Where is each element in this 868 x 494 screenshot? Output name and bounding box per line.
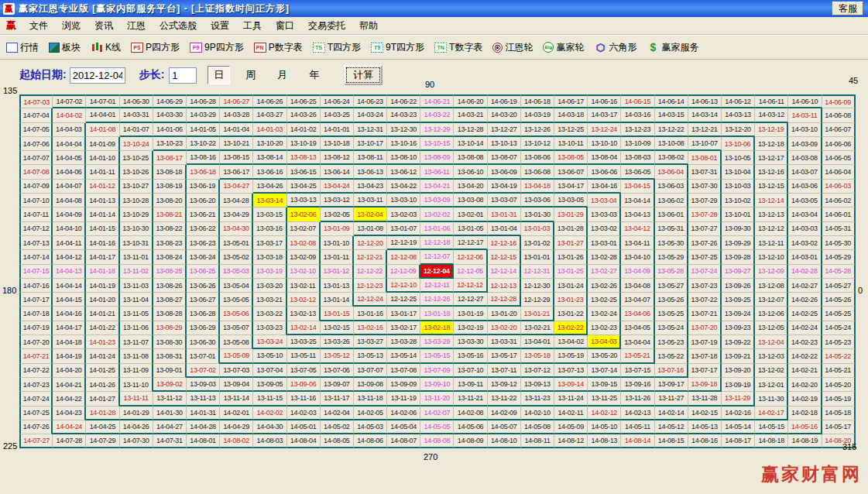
date-cell[interactable]: 14-07-14 (19, 250, 53, 264)
date-cell[interactable]: 13-06-06 (588, 165, 621, 179)
date-cell[interactable]: 13-02-12 (287, 293, 321, 307)
date-cell[interactable]: 13-11-22 (488, 392, 521, 406)
date-cell[interactable]: 13-02-05 (321, 208, 354, 221)
date-cell[interactable]: 13-08-08 (454, 151, 487, 165)
date-cell[interactable]: 14-06-22 (387, 94, 420, 108)
date-cell[interactable]: 13-10-05 (722, 151, 755, 165)
date-cell[interactable]: 14-07-24 (19, 392, 53, 406)
date-cell[interactable]: 13-02-03 (387, 208, 420, 221)
date-cell[interactable]: 13-05-10 (253, 349, 286, 363)
date-cell[interactable]: 14-05-18 (822, 407, 856, 420)
date-cell[interactable]: 14-01-11 (86, 165, 119, 179)
date-cell[interactable]: 14-01-31 (187, 407, 220, 420)
date-cell[interactable]: 13-02-17 (387, 321, 420, 335)
date-cell[interactable]: 13-03-18 (253, 250, 286, 264)
date-cell[interactable]: 14-07-05 (19, 123, 53, 137)
date-cell[interactable]: 13-05-24 (655, 321, 688, 335)
date-cell[interactable]: 13-06-19 (187, 180, 220, 194)
date-cell[interactable]: 13-04-24 (321, 180, 354, 194)
date-cell[interactable]: 13-10-23 (153, 137, 187, 151)
toolbar-button-行情[interactable]: 行情 (6, 41, 39, 54)
date-cell[interactable]: 14-04-11 (53, 236, 86, 250)
date-cell[interactable]: 14-07-22 (19, 364, 53, 378)
date-cell[interactable]: 14-04-04 (53, 137, 86, 151)
date-cell[interactable]: 13-08-25 (153, 265, 187, 279)
date-cell[interactable]: 13-08-12 (321, 151, 354, 165)
date-cell[interactable]: 13-03-06 (521, 194, 554, 208)
date-cell[interactable]: 13-02-22 (554, 321, 588, 335)
date-cell[interactable]: 14-04-27 (153, 420, 187, 434)
date-cell[interactable]: 14-02-01 (220, 407, 253, 420)
date-cell[interactable]: 13-08-14 (253, 151, 286, 165)
date-cell[interactable]: 13-09-16 (621, 378, 654, 392)
date-cell[interactable]: 12-12-22 (354, 265, 387, 279)
date-cell[interactable]: 13-11-29 (722, 392, 755, 406)
date-cell[interactable]: 13-05-03 (220, 265, 253, 279)
date-cell[interactable]: 13-10-30 (120, 222, 153, 236)
date-cell[interactable]: 13-04-09 (621, 265, 654, 279)
date-cell[interactable]: 14-07-17 (19, 293, 53, 307)
date-cell[interactable]: 13-11-11 (120, 392, 153, 406)
date-cell[interactable]: 13-06-10 (454, 165, 487, 179)
date-cell[interactable]: 13-06-11 (420, 165, 454, 179)
date-cell[interactable]: 13-10-01 (722, 208, 755, 221)
date-cell[interactable]: 13-02-26 (588, 279, 621, 293)
date-cell[interactable]: 14-06-29 (153, 94, 187, 108)
date-cell[interactable]: 14-01-21 (86, 307, 119, 321)
date-cell[interactable]: 14-06-17 (554, 94, 588, 108)
date-cell[interactable]: 14-05-22 (822, 349, 856, 363)
date-cell[interactable]: 13-01-16 (354, 307, 387, 321)
date-cell[interactable]: 13-10-08 (655, 137, 688, 151)
date-cell[interactable]: 14-01-15 (86, 222, 119, 236)
date-cell[interactable]: 13-08-09 (420, 151, 454, 165)
date-cell[interactable]: 12-12-06 (454, 250, 487, 264)
date-cell[interactable]: 13-05-01 (220, 236, 253, 250)
date-cell[interactable]: 14-03-09 (788, 137, 822, 151)
date-cell[interactable]: 13-08-22 (153, 222, 187, 236)
date-cell[interactable]: 13-06-04 (655, 165, 688, 179)
date-cell[interactable]: 13-06-14 (321, 165, 354, 179)
date-cell[interactable]: 13-09-30 (722, 222, 755, 236)
date-cell[interactable]: 14-08-17 (722, 434, 755, 448)
menu-item-交易委托[interactable]: 交易委托 (301, 17, 352, 35)
date-cell[interactable]: 14-08-03 (253, 434, 286, 448)
date-cell[interactable]: 13-01-03 (521, 222, 554, 236)
date-cell[interactable]: 13-10-27 (120, 180, 153, 194)
date-cell[interactable]: 14-05-25 (822, 307, 856, 321)
date-cell[interactable]: 14-07-19 (19, 321, 53, 335)
date-cell[interactable]: 14-02-07 (420, 407, 454, 420)
date-cell[interactable]: 13-07-20 (688, 321, 722, 335)
date-cell[interactable]: 13-05-26 (655, 293, 688, 307)
date-cell[interactable]: 14-01-08 (86, 123, 119, 137)
date-cell[interactable]: 14-05-23 (822, 335, 856, 349)
date-cell[interactable]: 13-04-17 (554, 180, 588, 194)
date-cell[interactable]: 14-03-25 (321, 108, 354, 122)
date-cell[interactable]: 14-01-04 (220, 123, 253, 137)
date-cell[interactable]: 13-10-16 (387, 137, 420, 151)
date-cell[interactable]: 13-12-17 (755, 151, 788, 165)
date-cell[interactable]: 13-08-16 (187, 151, 220, 165)
date-cell[interactable]: 13-03-22 (253, 307, 286, 321)
date-cell[interactable]: 13-05-29 (655, 250, 688, 264)
date-cell[interactable]: 14-08-18 (755, 434, 788, 448)
date-cell[interactable]: 13-02-14 (287, 321, 321, 335)
date-cell[interactable]: 12-12-16 (488, 236, 521, 250)
date-cell[interactable]: 13-01-12 (321, 265, 354, 279)
date-cell[interactable]: 12-12-29 (521, 293, 554, 307)
toolbar-button-9T四方形[interactable]: T99T四方形 (371, 41, 424, 54)
date-cell[interactable]: 12-12-30 (521, 279, 554, 293)
date-cell[interactable]: 14-08-15 (655, 434, 688, 448)
date-cell[interactable]: 14-01-19 (86, 279, 119, 293)
date-cell[interactable]: 13-12-10 (755, 250, 788, 264)
date-cell[interactable]: 14-04-06 (53, 165, 86, 179)
date-cell[interactable]: 13-01-25 (554, 265, 588, 279)
date-cell[interactable]: 13-10-22 (187, 137, 220, 151)
date-cell[interactable]: 13-07-31 (688, 165, 722, 179)
date-cell[interactable]: 14-02-15 (688, 407, 722, 420)
date-cell[interactable]: 13-03-05 (554, 194, 588, 208)
date-cell[interactable]: 13-07-10 (454, 364, 487, 378)
date-cell[interactable]: 13-02-19 (454, 321, 487, 335)
date-cell[interactable]: 14-01-30 (153, 407, 187, 420)
date-cell[interactable]: 13-08-23 (153, 236, 187, 250)
date-cell[interactable]: 13-09-28 (722, 250, 755, 264)
